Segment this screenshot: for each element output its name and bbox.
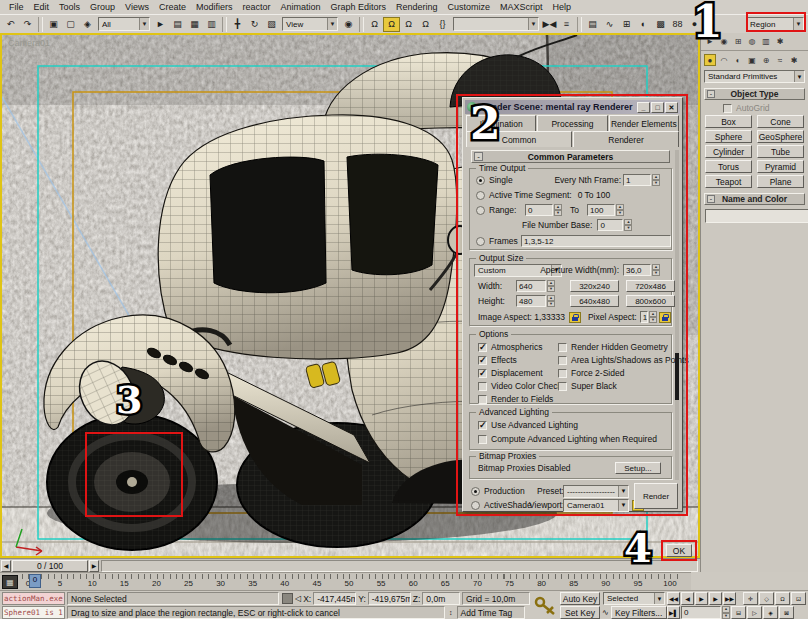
- use-center-icon[interactable]: ◉: [340, 17, 357, 32]
- ok-button[interactable]: OK: [666, 544, 692, 557]
- bind-spacewarp-icon[interactable]: ◈: [79, 17, 96, 32]
- menu-create[interactable]: Create: [154, 2, 191, 12]
- menu-edit[interactable]: Edit: [29, 2, 55, 12]
- name-color-rollout[interactable]: -Name and Color: [704, 193, 805, 205]
- render-setup-icon[interactable]: ▩: [652, 17, 669, 32]
- play-icon[interactable]: ▶: [695, 592, 708, 605]
- set-key-button[interactable]: Set Key: [560, 606, 600, 619]
- chevron-down-icon[interactable]: ▼: [139, 18, 149, 30]
- primitives-dropdown[interactable]: Standard Primitives▼: [704, 70, 805, 83]
- primitive-torus-button[interactable]: Torus: [705, 160, 752, 173]
- reference-coordinate-dropdown[interactable]: View▼: [282, 17, 338, 31]
- menu-help[interactable]: Help: [548, 2, 577, 12]
- zoom-extents-icon[interactable]: Ω: [775, 592, 790, 605]
- add-time-tag[interactable]: Add Time Tag: [457, 606, 525, 619]
- menu-graph-editors[interactable]: Graph Editors: [326, 2, 392, 12]
- time-slider-handle[interactable]: 0 / 100: [12, 560, 88, 572]
- material-editor-icon[interactable]: ◐: [635, 17, 652, 32]
- y-coordinate-field[interactable]: -419,675m: [368, 592, 411, 605]
- menu-file[interactable]: File: [4, 2, 29, 12]
- key-mode-dropdown[interactable]: Selected▼: [603, 592, 665, 605]
- primitive-box-button[interactable]: Box: [705, 115, 752, 128]
- snap-2d-icon[interactable]: Ω: [366, 17, 383, 32]
- primitive-tube-button[interactable]: Tube: [757, 145, 804, 158]
- cameras-icon[interactable]: ▣: [746, 54, 758, 66]
- menu-maxscript[interactable]: MAXScript: [495, 2, 548, 12]
- layer-manager-icon[interactable]: ▤: [584, 17, 601, 32]
- primitive-geosphere-button[interactable]: GeoSphere: [757, 130, 804, 143]
- select-scale-icon[interactable]: ▧: [263, 17, 280, 32]
- primitive-cylinder-button[interactable]: Cylinder: [705, 145, 752, 158]
- geometry-icon[interactable]: ●: [704, 54, 716, 66]
- curve-editor-icon[interactable]: ∿: [601, 17, 618, 32]
- viewport-label[interactable]: Camera01: [8, 38, 50, 48]
- menu-tools[interactable]: Tools: [54, 2, 85, 12]
- current-frame-field[interactable]: 0: [681, 606, 721, 619]
- primitive-plane-button[interactable]: Plane: [757, 175, 804, 188]
- select-object-icon[interactable]: ►: [152, 17, 169, 32]
- selection-lock-icon[interactable]: [282, 593, 293, 604]
- align-icon[interactable]: ≡: [558, 17, 575, 32]
- selection-filter-dropdown[interactable]: All▼: [98, 17, 150, 31]
- undo-icon[interactable]: ↶: [2, 17, 19, 32]
- time-tag-spinner-icon[interactable]: ↕: [449, 609, 453, 616]
- pan-icon[interactable]: ▷: [747, 606, 762, 619]
- menu-animation[interactable]: Animation: [275, 2, 325, 12]
- lights-icon[interactable]: ◐: [732, 54, 744, 66]
- prev-frame-icon[interactable]: ◀: [681, 592, 694, 605]
- maxscript-listener-line2[interactable]: Sphere01 is 1: [2, 606, 65, 619]
- region-zoom-icon[interactable]: ⊠: [779, 606, 794, 619]
- current-frame-marker[interactable]: 0: [29, 574, 41, 588]
- spinner-snap-icon[interactable]: {}: [434, 17, 451, 32]
- collapse-icon[interactable]: -: [707, 90, 715, 98]
- menu-reactor[interactable]: reactor: [237, 2, 275, 12]
- autogrid-checkbox[interactable]: [723, 104, 732, 113]
- object-type-rollout[interactable]: -Object Type: [704, 88, 805, 100]
- render-type-icon[interactable]: 88: [669, 17, 686, 32]
- go-start-icon[interactable]: ◀◀: [667, 592, 680, 605]
- chevron-down-icon[interactable]: ▼: [794, 71, 804, 82]
- select-link-icon[interactable]: ▣: [45, 17, 62, 32]
- frame-forward-button[interactable]: ▶: [89, 560, 99, 572]
- menu-rendering[interactable]: Rendering: [391, 2, 443, 12]
- shapes-icon[interactable]: ◠: [718, 54, 730, 66]
- primitive-teapot-button[interactable]: Teapot: [705, 175, 752, 188]
- mirror-icon[interactable]: ▶◀: [541, 17, 558, 32]
- rect-selection-icon[interactable]: ▦: [186, 17, 203, 32]
- go-end-icon[interactable]: ▶▶: [723, 592, 736, 605]
- collapse-icon[interactable]: -: [707, 195, 715, 203]
- menu-group[interactable]: Group: [85, 2, 120, 12]
- motion-tab-icon[interactable]: ◍: [746, 35, 758, 47]
- zoom-icon[interactable]: ✛: [743, 592, 758, 605]
- frame-back-button[interactable]: ◀: [1, 560, 11, 572]
- track-bar[interactable]: ▦ 0 051015202530354045505560657075808590…: [0, 572, 691, 590]
- redo-icon[interactable]: ↷: [19, 17, 36, 32]
- utilities-tab-icon[interactable]: ✱: [774, 35, 786, 47]
- schematic-view-icon[interactable]: ⊞: [618, 17, 635, 32]
- frame-spinner[interactable]: ▲▼: [722, 606, 730, 619]
- chevron-down-icon[interactable]: ▼: [654, 593, 664, 604]
- window-crossing-icon[interactable]: ▥: [203, 17, 220, 32]
- absolute-mode-icon[interactable]: ◁: [295, 594, 301, 603]
- goto-end-icon[interactable]: ▶▌: [667, 606, 680, 619]
- field-of-view-icon[interactable]: ⊟: [731, 606, 746, 619]
- key-curve-icon[interactable]: ∿: [602, 608, 609, 617]
- select-move-icon[interactable]: ╋: [229, 17, 246, 32]
- hierarchy-tab-icon[interactable]: ⊞: [732, 35, 744, 47]
- primitive-pyramid-button[interactable]: Pyramid: [757, 160, 804, 173]
- named-selection-dropdown[interactable]: ▼: [453, 17, 539, 31]
- z-coordinate-field[interactable]: 0,0m: [422, 592, 460, 605]
- mini-curve-editor-button[interactable]: ▦: [2, 575, 18, 589]
- menu-modifiers[interactable]: Modifiers: [191, 2, 238, 12]
- arc-rotate-icon[interactable]: ◈: [763, 606, 778, 619]
- display-tab-icon[interactable]: ▥: [760, 35, 772, 47]
- spacewarps-icon[interactable]: ≈: [774, 54, 786, 66]
- chevron-down-icon[interactable]: ▼: [528, 18, 538, 30]
- select-by-name-icon[interactable]: ▤: [169, 17, 186, 32]
- maximize-viewport-icon[interactable]: ⊡: [791, 592, 806, 605]
- percent-snap-icon[interactable]: Ω: [417, 17, 434, 32]
- key-filters-button[interactable]: Key Filters...: [611, 606, 667, 619]
- primitive-cone-button[interactable]: Cone: [757, 115, 804, 128]
- snap-toggle-icon[interactable]: Ω: [383, 17, 400, 32]
- helpers-icon[interactable]: ⊕: [760, 54, 772, 66]
